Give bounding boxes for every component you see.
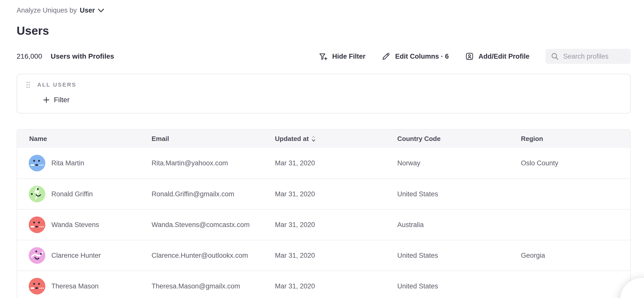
add-edit-profile-button[interactable]: Add/Edit Profile bbox=[465, 52, 530, 61]
cell-name: Rita Martin bbox=[17, 155, 152, 171]
add-edit-profile-label: Add/Edit Profile bbox=[479, 53, 530, 60]
cell-name: Ronald Griffin bbox=[17, 186, 152, 202]
table-body: Rita MartinRita.Martin@yahoox.comMar 31,… bbox=[17, 148, 630, 298]
user-avatar-icon bbox=[29, 186, 45, 202]
funnel-plus-icon bbox=[318, 52, 328, 61]
search-icon bbox=[551, 52, 559, 61]
column-header-country-code[interactable]: Country Code bbox=[397, 135, 521, 143]
cell-email: Clarence.Hunter@outlookx.com bbox=[152, 252, 275, 259]
cell-email: Theresa.Mason@gmailx.com bbox=[152, 282, 275, 290]
column-header-region[interactable]: Region bbox=[521, 135, 630, 143]
cell-region: Georgia bbox=[521, 252, 630, 259]
analyze-by-label: Analyze Uniques by bbox=[17, 7, 77, 14]
pencil-icon bbox=[381, 52, 390, 61]
user-avatar-icon bbox=[29, 278, 45, 294]
edit-columns-button[interactable]: Edit Columns · 6 bbox=[381, 52, 449, 61]
cell-email: Rita.Martin@yahoox.com bbox=[152, 159, 275, 167]
profile-count: 216,000 Users with Profiles bbox=[17, 52, 114, 60]
cell-name: Wanda Stevens bbox=[17, 216, 152, 233]
filter-group-label: ALL USERS bbox=[37, 82, 77, 88]
cell-updated-at: Mar 31, 2020 bbox=[275, 252, 397, 259]
cell-updated-at: Mar 31, 2020 bbox=[275, 282, 397, 290]
cell-country-code: United States bbox=[397, 282, 521, 290]
table-row[interactable]: Theresa MasonTheresa.Mason@gmailx.comMar… bbox=[17, 271, 630, 298]
table-row[interactable]: Clarence HunterClarence.Hunter@outlookx.… bbox=[17, 240, 630, 271]
hide-filter-label: Hide Filter bbox=[332, 53, 365, 60]
edit-columns-label: Edit Columns · 6 bbox=[395, 53, 449, 60]
hide-filter-button[interactable]: Hide Filter bbox=[318, 52, 365, 61]
cell-name: Clarence Hunter bbox=[17, 247, 152, 264]
table-row[interactable]: Ronald GriffinRonald.Griffin@gmailx.comM… bbox=[17, 178, 630, 209]
cell-region: Oslo County bbox=[521, 159, 630, 167]
table-row[interactable]: Rita MartinRita.Martin@yahoox.comMar 31,… bbox=[17, 148, 630, 178]
user-name: Rita Martin bbox=[51, 159, 84, 167]
cell-updated-at: Mar 31, 2020 bbox=[275, 190, 397, 198]
profile-count-label: Users with Profiles bbox=[51, 52, 114, 60]
plus-icon bbox=[43, 96, 50, 103]
cell-country-code: United States bbox=[397, 190, 521, 198]
stats-toolbar-row: 216,000 Users with Profiles Hide Filter … bbox=[17, 49, 631, 64]
user-name: Ronald Griffin bbox=[51, 190, 93, 198]
add-filter-label: Filter bbox=[54, 96, 69, 104]
cell-country-code: United States bbox=[397, 252, 521, 259]
users-table: Name Email Updated at Country Code Regio… bbox=[17, 129, 631, 298]
cell-email: Wanda.Stevens@comcastx.com bbox=[152, 221, 275, 229]
analyze-bar: Analyze Uniques by User bbox=[17, 7, 644, 14]
search-profiles-input[interactable] bbox=[563, 53, 626, 60]
user-name: Theresa Mason bbox=[51, 282, 99, 290]
table-row[interactable]: Wanda StevensWanda.Stevens@comcastx.comM… bbox=[17, 209, 630, 240]
column-header-updated-at-label: Updated at bbox=[275, 135, 309, 143]
chevron-down-icon bbox=[98, 9, 104, 12]
cell-country-code: Norway bbox=[397, 159, 521, 167]
filter-panel: ALL USERS Filter bbox=[17, 74, 631, 114]
page-title: Users bbox=[17, 24, 644, 38]
profile-count-number: 216,000 bbox=[17, 52, 42, 60]
column-header-email[interactable]: Email bbox=[152, 135, 275, 143]
cell-country-code: Australia bbox=[397, 221, 521, 229]
analyze-by-value: User bbox=[80, 7, 95, 14]
column-header-updated-at[interactable]: Updated at bbox=[275, 135, 397, 143]
filter-group-header: ALL USERS bbox=[26, 81, 630, 88]
table-header-row: Name Email Updated at Country Code Regio… bbox=[17, 130, 630, 148]
cell-updated-at: Mar 31, 2020 bbox=[275, 159, 397, 167]
cell-email: Ronald.Griffin@gmailx.com bbox=[152, 190, 275, 198]
cell-updated-at: Mar 31, 2020 bbox=[275, 221, 397, 229]
search-profiles-box[interactable] bbox=[546, 49, 631, 64]
add-filter-button[interactable]: Filter bbox=[43, 96, 69, 104]
user-avatar-icon bbox=[29, 155, 45, 171]
user-avatar-icon bbox=[29, 247, 45, 264]
user-name: Clarence Hunter bbox=[51, 252, 101, 259]
profile-card-icon bbox=[465, 52, 474, 61]
analyze-by-dropdown[interactable]: User bbox=[80, 7, 104, 14]
sort-arrows-icon[interactable] bbox=[311, 135, 316, 142]
column-header-name[interactable]: Name bbox=[17, 135, 152, 143]
user-name: Wanda Stevens bbox=[51, 221, 99, 229]
user-avatar-icon bbox=[29, 216, 45, 233]
drag-handle-icon[interactable] bbox=[26, 81, 31, 88]
cell-name: Theresa Mason bbox=[17, 278, 152, 294]
main-content: Analyze Uniques by User Users 216,000 Us… bbox=[0, 0, 644, 298]
toolbar: Hide Filter Edit Columns · 6 Add/Edit Pr… bbox=[318, 49, 631, 64]
